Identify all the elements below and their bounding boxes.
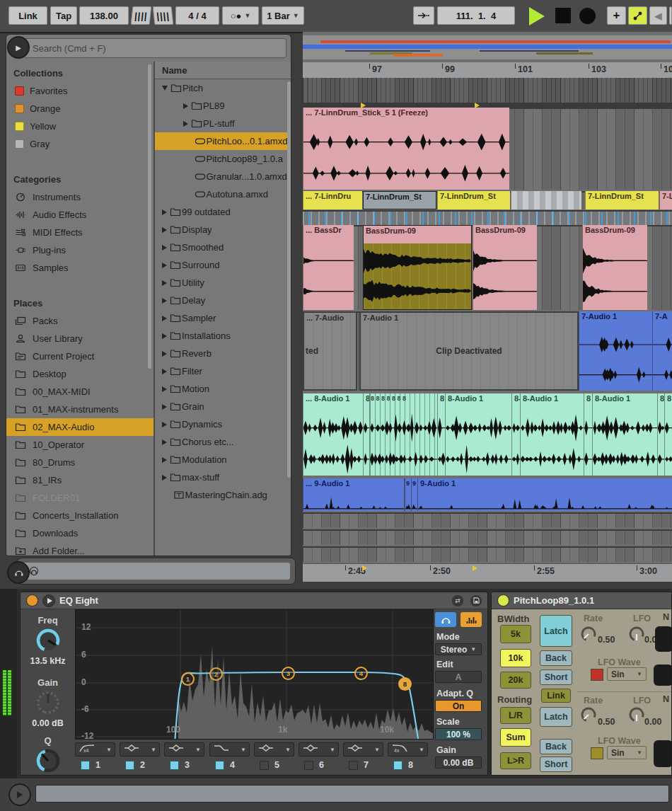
- sidebar-item-80-drums[interactable]: 80_Drums: [6, 454, 153, 471]
- sidebar-item-instruments[interactable]: Instruments: [6, 188, 153, 206]
- stop-button[interactable]: [555, 8, 571, 23]
- adaptq-toggle[interactable]: On: [435, 700, 482, 712]
- capture-button-clipped[interactable]: [669, 6, 672, 25]
- band-6-enable-checkbox[interactable]: [304, 761, 313, 770]
- track-lane-empty-1[interactable]: [303, 512, 672, 528]
- eq-curve-display[interactable]: 12 6 0 -6 -12 100 1k 10k 12348: [75, 609, 434, 740]
- disclosure-closed-icon[interactable]: [162, 475, 167, 481]
- file-item-reverb[interactable]: Reverb: [155, 345, 291, 362]
- eq-node-2[interactable]: 2: [209, 667, 223, 681]
- clip-8[interactable]: 8-: [511, 393, 520, 476]
- scale-value[interactable]: 100 %: [435, 728, 482, 740]
- audition-band-button[interactable]: [435, 612, 456, 627]
- glide1-latch-button[interactable]: Latch: [540, 615, 572, 647]
- clip-bassdrum-09[interactable]: BassDrum-09: [582, 225, 647, 310]
- band-8-filter-type-select[interactable]: 4x▼: [388, 742, 428, 757]
- status-toggle-button[interactable]: [8, 783, 31, 806]
- clip-8[interactable]: 8: [584, 393, 592, 476]
- disclosure-closed-icon[interactable]: [162, 404, 167, 410]
- lfo2-wave-select[interactable]: Sin▼: [607, 746, 647, 759]
- band-5-enable-checkbox[interactable]: [260, 761, 269, 770]
- band-7-filter-type-select[interactable]: ▼: [343, 742, 383, 757]
- sidebar-item-02-max-audio[interactable]: 02_MAX-Audio: [6, 418, 153, 436]
- save-preset-icon[interactable]: [470, 595, 482, 606]
- routing-lr-button[interactable]: L/R: [500, 707, 531, 724]
- clip-7-l[interactable]: 7-L: [659, 191, 672, 209]
- routing-sum-button[interactable]: Sum: [500, 728, 531, 747]
- q-value[interactable]: 0.85: [21, 775, 75, 776]
- follow-button[interactable]: [413, 6, 434, 25]
- clip-7-audio[interactable]: ... 7-Audioted: [303, 311, 357, 391]
- rate-value[interactable]: 0.50: [598, 635, 615, 645]
- band-1-enable-checkbox[interactable]: [81, 761, 90, 770]
- clip-8-audio-1[interactable]: ... 8-Audio 1: [303, 393, 363, 476]
- search-input[interactable]: Search (Cmd + F): [23, 38, 286, 58]
- file-item-99-outdated[interactable]: 99 outdated: [155, 203, 291, 221]
- band-3-filter-type-select[interactable]: ▼: [164, 742, 204, 757]
- disclosure-closed-icon[interactable]: [162, 457, 167, 463]
- bwidth-20k-button[interactable]: 20k: [500, 672, 531, 689]
- clip-8[interactable]: 8: [657, 393, 664, 476]
- sidebar-item-01-max-instruments[interactable]: 01_MAX-instruments: [6, 401, 153, 418]
- sidebar-item-folder01[interactable]: FOLDER01: [6, 489, 153, 507]
- glide2-short-button[interactable]: Short: [540, 757, 572, 772]
- preview-strip[interactable]: [23, 563, 290, 580]
- file-item-pl-stuff[interactable]: PL-stuff: [155, 115, 291, 132]
- routing-lgtr-button[interactable]: L>R: [500, 752, 531, 769]
- tempo-field[interactable]: 138.00: [79, 6, 129, 25]
- disclosure-closed-icon[interactable]: [183, 103, 188, 109]
- sidebar-item-favorites[interactable]: Favorites: [6, 82, 153, 100]
- glide2-back-button[interactable]: Back: [540, 739, 572, 754]
- file-item-surround[interactable]: Surround: [155, 256, 291, 274]
- file-item-smoothed[interactable]: Smoothed: [155, 238, 291, 256]
- device-activator-toggle[interactable]: [26, 594, 38, 606]
- eq-node-3[interactable]: 3: [282, 667, 295, 680]
- sidebar-item-add-folder[interactable]: Add Folder...: [6, 542, 153, 556]
- disclosure-closed-icon[interactable]: [162, 386, 167, 392]
- clip-7-audio-1[interactable]: 7-Audio 1: [579, 311, 652, 391]
- disclosure-closed-icon[interactable]: [162, 245, 167, 251]
- band-4-filter-type-select[interactable]: ▼: [209, 742, 250, 757]
- band-4-enable-checkbox[interactable]: [215, 761, 224, 770]
- sidebar-item-yellow[interactable]: Yellow: [6, 117, 153, 135]
- file-item-chorus-etc[interactable]: Chorus etc...: [155, 433, 291, 451]
- bwidth-10k-button[interactable]: 10k: [500, 649, 531, 667]
- disclosure-closed-icon[interactable]: [162, 316, 167, 321]
- freq-knob[interactable]: [34, 626, 62, 655]
- lfo1-wave-select[interactable]: Sin▼: [607, 667, 647, 681]
- file-item-utility[interactable]: Utility: [155, 274, 291, 292]
- file-item-autotuna-amxd[interactable]: Autotuna.amxd: [155, 185, 291, 203]
- band-8-enable-checkbox[interactable]: [393, 761, 402, 770]
- clip-7-audio-1[interactable]: 7-Audio 1Clip Deactivated: [359, 311, 579, 391]
- file-item-sampler[interactable]: Sampler: [155, 309, 291, 327]
- glide2-latch-button[interactable]: Latch: [540, 707, 572, 727]
- nudge-down-button[interactable]: ||||: [131, 6, 152, 25]
- clip-bassdrum-09[interactable]: BassDrum-09: [363, 225, 472, 310]
- file-item-pitchloo-0-1-amxd[interactable]: PitchLoo...0.1.amxd: [155, 132, 291, 150]
- add-track-button[interactable]: +: [607, 6, 626, 25]
- disclosure-closed-icon[interactable]: [183, 121, 188, 127]
- device-preview-icon[interactable]: [42, 594, 55, 607]
- gain-value[interactable]: 0.00 dB: [21, 718, 75, 728]
- time-ruler[interactable]: 2:452:502:553:00: [303, 563, 672, 582]
- lfo2-color-swatch[interactable]: [591, 747, 603, 759]
- track-lane-empty-3[interactable]: [303, 546, 672, 562]
- file-item-delay[interactable]: Delay: [155, 292, 291, 309]
- band-3-enable-checkbox[interactable]: [170, 761, 179, 770]
- play-button[interactable]: [529, 7, 545, 25]
- file-item-filter[interactable]: Filter: [155, 362, 291, 380]
- metronome-button[interactable]: ○●▼: [222, 6, 259, 25]
- edit-ab-button[interactable]: A: [435, 671, 482, 683]
- file-item-grain[interactable]: Grain: [155, 398, 291, 415]
- file-item-granular-1-0-amxd[interactable]: Granular...1.0.amxd: [155, 168, 291, 185]
- sidebar-scrollbar[interactable]: [148, 64, 151, 369]
- file-list-scrollbar[interactable]: [287, 81, 291, 478]
- file-item-display[interactable]: Display: [155, 221, 291, 238]
- band-2-enable-checkbox[interactable]: [125, 761, 134, 770]
- clip-9-audio-1[interactable]: 9-Audio 1: [417, 478, 672, 511]
- q-knob[interactable]: [34, 747, 62, 775]
- sidebar-item-current-project[interactable]: Current Project: [6, 347, 153, 365]
- device-activator-toggle[interactable]: [497, 594, 509, 606]
- hot-swap-icon[interactable]: ⇄: [452, 595, 463, 606]
- disclosure-closed-icon[interactable]: [162, 333, 167, 339]
